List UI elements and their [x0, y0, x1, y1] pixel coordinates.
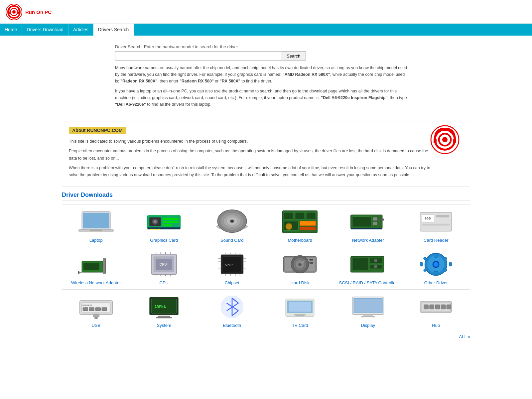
svg-rect-47: [351, 228, 382, 229]
driver-item-bluetooth[interactable]: Bluetooth: [198, 290, 266, 332]
driver-item-cpu[interactable]: CPU CPU: [130, 247, 199, 290]
svg-rect-52: [422, 227, 441, 228]
svg-text:USB HUB: USB HUB: [82, 304, 92, 307]
svg-rect-151: [430, 305, 434, 309]
other-driver-icon: [414, 251, 458, 278]
svg-rect-4: [8, 11, 10, 15]
svg-rect-122: [89, 308, 94, 311]
svg-rect-11: [453, 139, 456, 143]
svg-rect-59: [78, 271, 79, 274]
svg-rect-152: [435, 305, 440, 309]
svg-rect-141: [294, 314, 306, 316]
driver-item-other-driver[interactable]: Other Driver: [402, 247, 470, 290]
svg-point-117: [434, 262, 439, 267]
driver-item-network-adapter[interactable]: Network Adapter: [334, 204, 402, 247]
svg-rect-55: [83, 263, 99, 270]
svg-rect-123: [95, 308, 100, 311]
svg-rect-13: [83, 213, 109, 228]
svg-rect-46: [378, 219, 384, 221]
scsi-controller-label: SCSI / RAID / SATA Controller: [339, 280, 397, 285]
driver-item-sound-card[interactable]: Sound Card: [198, 204, 266, 247]
header: Run On PC: [0, 0, 532, 24]
svg-rect-126: [94, 317, 98, 319]
about-p3: When there is a problem with your comput…: [69, 165, 435, 179]
svg-rect-147: [361, 316, 375, 318]
svg-rect-35: [284, 212, 294, 219]
card-reader-label: Card Reader: [424, 238, 448, 243]
svg-rect-37: [306, 212, 316, 219]
tv-card-label: TV Card: [292, 323, 308, 328]
about-section: About RUNONPC.COM This site is dedicated…: [62, 121, 470, 187]
nav-drivers-download[interactable]: Drivers Download: [22, 24, 68, 36]
svg-rect-109: [434, 255, 438, 258]
nav-home[interactable]: Home: [0, 24, 22, 36]
logo-icon: [5, 3, 23, 21]
svg-rect-101: [352, 258, 368, 270]
driver-item-hub[interactable]: Hub: [402, 290, 470, 332]
usb-icon: USB HUB: [74, 294, 118, 320]
search-label: Driver Search: Enter the hardware model …: [115, 44, 470, 49]
graphics-card-icon: [142, 208, 186, 235]
driver-item-scsi-controller[interactable]: SCSI / RAID / SATA Controller: [334, 247, 402, 290]
search-desc-p2: If you have a laptop or an all-in-one PC…: [115, 88, 408, 108]
bluetooth-label: Bluetooth: [223, 323, 241, 328]
driver-item-display[interactable]: Display: [334, 290, 402, 332]
driver-item-usb[interactable]: USB HUB USB: [62, 290, 130, 332]
scsi-controller-icon: [346, 251, 390, 278]
chipset-label: Chipset: [225, 280, 239, 285]
driver-item-graphics-card[interactable]: Graphics Card: [130, 204, 199, 247]
driver-item-motherboard[interactable]: Motherboard: [266, 204, 334, 247]
svg-text:CPU: CPU: [160, 263, 167, 266]
main-content: Driver Search: Enter the hardware model …: [57, 36, 475, 344]
driver-item-tv-card[interactable]: TV Card: [266, 290, 334, 332]
svg-rect-20: [163, 218, 179, 220]
svg-point-3: [12, 10, 16, 14]
svg-rect-57: [101, 264, 103, 266]
tv-card-icon: [278, 294, 322, 320]
search-input[interactable]: [115, 51, 281, 61]
about-p1: This site is dedicated to solving variou…: [69, 138, 435, 145]
svg-text:CHIP: CHIP: [225, 263, 233, 266]
cpu-label: CPU: [160, 280, 169, 285]
sound-card-label: Sound Card: [220, 238, 243, 243]
svg-rect-130: [158, 316, 170, 318]
usb-label: USB: [91, 323, 100, 328]
svg-rect-111: [420, 263, 423, 266]
nav-drivers-search[interactable]: Drivers Search: [93, 24, 134, 36]
svg-point-105: [374, 265, 377, 268]
driver-downloads-section: Driver Downloads Laptop: [62, 192, 470, 341]
driver-item-hard-disk[interactable]: Hard Disk: [266, 247, 334, 290]
svg-point-33: [231, 220, 233, 222]
svg-rect-24: [150, 229, 153, 230]
svg-text:8GB: 8GB: [425, 217, 431, 220]
network-adapter-icon: [346, 208, 390, 235]
svg-rect-56: [103, 258, 106, 274]
svg-rect-22: [163, 224, 172, 226]
svg-rect-43: [352, 217, 371, 227]
about-title: About RUNONPC.COM: [69, 127, 126, 134]
svg-rect-39: [300, 221, 316, 225]
about-logo: [430, 125, 460, 156]
driver-item-card-reader[interactable]: 8GB Card Reader: [402, 204, 470, 247]
hub-icon: [414, 294, 458, 320]
display-label: Display: [361, 323, 375, 328]
wireless-adapter-icon: [74, 251, 118, 278]
driver-item-wireless-adapter[interactable]: Wireless Network Adapter: [62, 247, 130, 290]
logo-area: Run On PC: [5, 3, 527, 21]
svg-point-19: [154, 220, 157, 224]
system-icon: ARENA: [142, 294, 186, 320]
driver-item-laptop[interactable]: Laptop: [62, 204, 130, 247]
laptop-label: Laptop: [89, 238, 103, 243]
chipset-icon: CHIP: [210, 251, 254, 278]
search-button[interactable]: Search: [281, 51, 306, 61]
svg-rect-112: [449, 263, 452, 266]
hard-disk-icon: [278, 251, 322, 278]
all-drivers-link[interactable]: ALL »: [62, 332, 470, 341]
driver-item-chipset[interactable]: CHIP: [198, 247, 266, 290]
svg-rect-5: [18, 11, 20, 15]
driver-item-system[interactable]: ARENA System: [130, 290, 199, 332]
svg-rect-40: [300, 227, 316, 230]
card-reader-icon: 8GB: [414, 208, 458, 235]
nav-articles[interactable]: Articles: [68, 24, 93, 36]
svg-rect-125: [93, 314, 99, 317]
